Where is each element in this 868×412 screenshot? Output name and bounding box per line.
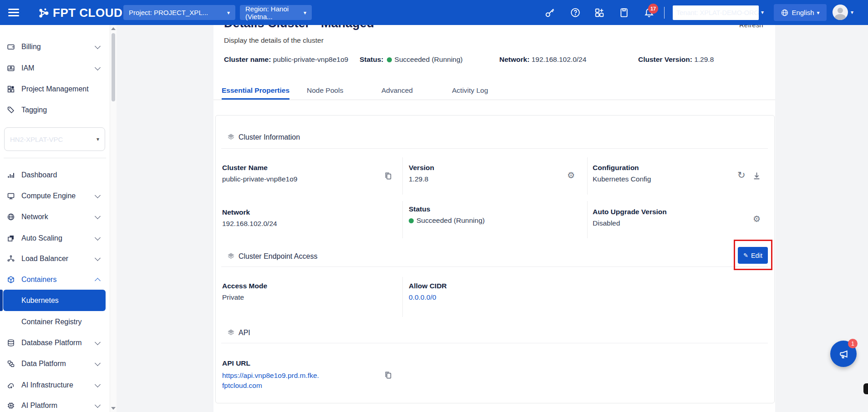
divider xyxy=(221,343,768,343)
sidebar: Billing IAM Project Management Tagging H… xyxy=(0,25,110,412)
sidebar-item-auto-scaling[interactable]: Auto Scaling xyxy=(0,231,110,246)
sidebar-item-data-platform[interactable]: Data Platform xyxy=(0,357,110,371)
vpc-select[interactable]: HN2-XPLAT-VPC ▾ xyxy=(4,127,105,151)
help-icon[interactable] xyxy=(570,7,581,18)
gear-icon[interactable]: ⚙ xyxy=(567,171,575,180)
chevron-up-icon xyxy=(95,278,101,284)
chevron-down-icon: ▾ xyxy=(304,10,306,15)
tag-icon xyxy=(7,106,15,114)
api-url-link[interactable]: https://api.vnp8e1o9.prd.m.fke.fptcloud.… xyxy=(222,371,320,391)
tab-essential-properties[interactable]: Essential Properties xyxy=(222,83,289,100)
sidebar-scrollbar[interactable] xyxy=(110,25,117,412)
sidebar-item-billing[interactable]: Billing xyxy=(0,40,110,54)
globe-icon xyxy=(7,213,15,221)
scroll-down-arrow[interactable] xyxy=(111,407,116,410)
sidebar-item-dashboard[interactable]: Dashboard xyxy=(0,168,110,182)
sidebar-item-database-platform[interactable]: Database Platform xyxy=(0,336,110,350)
chevron-down-icon: ▾ xyxy=(761,10,764,15)
download-icon[interactable] xyxy=(752,171,761,181)
edit-button[interactable]: ✎ Edit xyxy=(738,247,768,264)
field-configuration: Configuration Kubernetes Config xyxy=(593,164,651,183)
page-scrollbar-thumb[interactable] xyxy=(863,383,868,394)
sidebar-item-project-management[interactable]: Project Management xyxy=(0,82,110,96)
chevron-down-icon: ▾ xyxy=(817,10,820,15)
data-servers-icon xyxy=(7,360,15,368)
chip-icon xyxy=(7,402,15,410)
field-version: Version 1.29.8 xyxy=(409,164,434,183)
divider xyxy=(587,201,588,238)
chevron-down-icon xyxy=(95,235,101,241)
summary-cluster-name: Cluster name: public-private-vnp8e1o9 xyxy=(224,55,348,64)
sidebar-item-ai-infrastructure[interactable]: AI Infrastructure xyxy=(0,378,110,392)
grid-flag-icon xyxy=(7,85,15,93)
field-cluster-name: Cluster Name public-private-vnp8e1o9 xyxy=(222,164,297,183)
status-dot xyxy=(387,57,392,62)
content-panel: Details Cluster - Managed Refresh Displa… xyxy=(213,0,775,412)
tab-activity-log[interactable]: Activity Log xyxy=(452,83,488,100)
field-network: Network 192.168.102.0/24 xyxy=(222,208,277,228)
chevron-down-icon xyxy=(95,192,101,198)
summary-status: Status:Succeeded (Running) xyxy=(360,55,462,64)
bar-chart-icon xyxy=(7,171,15,179)
database-icon xyxy=(7,339,15,347)
divider xyxy=(664,7,665,19)
field-status: Status Succeeded (Running) xyxy=(409,205,485,225)
page-subtitle: Display the details of the cluster xyxy=(224,36,324,45)
divider xyxy=(221,266,768,267)
field-allow-cidr: Allow CIDR 0.0.0.0/0 xyxy=(409,282,447,301)
sidebar-item-load-balancer[interactable]: Load Balancer xyxy=(0,251,110,266)
sidebar-item-network[interactable]: Network xyxy=(0,210,110,224)
tab-node-pools[interactable]: Node Pools xyxy=(307,83,343,100)
field-access-mode: Access Mode Private xyxy=(222,282,267,301)
chevron-down-icon: ▾ xyxy=(96,136,99,142)
divider xyxy=(402,201,403,238)
sidebar-item-iam[interactable]: IAM xyxy=(0,61,110,75)
chevron-down-icon: ▾ xyxy=(851,10,853,15)
chevron-down-icon xyxy=(95,402,101,408)
refresh-icon[interactable]: ↻ xyxy=(737,170,746,180)
api-key-icon[interactable] xyxy=(544,7,555,18)
fpt-logo-icon xyxy=(38,7,50,19)
divider xyxy=(402,157,403,195)
id-card-icon xyxy=(7,64,15,72)
scrollbar-thumb[interactable] xyxy=(112,33,115,101)
sidebar-item-container-registry[interactable]: Container Registry xyxy=(0,315,110,329)
hamburger-menu-icon[interactable] xyxy=(8,9,19,17)
chevron-down-icon xyxy=(95,213,101,219)
divider xyxy=(587,157,588,195)
language-dropdown[interactable]: English ▾ xyxy=(774,4,827,21)
cube-icon xyxy=(7,276,15,284)
brand-logo[interactable]: FPT CLOUD xyxy=(38,6,122,20)
sidebar-item-kubernetes[interactable]: Kubernetes xyxy=(3,290,106,311)
layers-icon xyxy=(227,252,235,261)
gear-icon[interactable]: ⚙ xyxy=(753,215,761,223)
scale-squares-icon xyxy=(7,234,15,242)
tenant-dropdown[interactable]: Tenant: XPLAT-DEMO-ORG xyxy=(673,5,759,20)
region-dropdown[interactable]: Region: Hanoi (Vietna... ▾ xyxy=(240,5,312,20)
person-icon xyxy=(838,8,843,13)
project-dropdown[interactable]: Project: PROJECT_XPL... ▾ xyxy=(123,5,235,20)
sidebar-item-containers[interactable]: Containers xyxy=(0,272,110,287)
scroll-up-arrow[interactable] xyxy=(111,27,116,30)
copy-icon[interactable] xyxy=(383,171,393,181)
docs-icon[interactable] xyxy=(619,7,629,18)
status-dot xyxy=(409,218,414,223)
chevron-down-icon xyxy=(95,255,101,261)
user-avatar[interactable] xyxy=(832,5,848,20)
summary-network: Network: 192.168.102.0/24 xyxy=(499,55,586,64)
field-auto-upgrade: Auto Upgrade Version Disabled xyxy=(593,208,667,227)
summary-cluster-version: Cluster Version: 1.29.8 xyxy=(638,55,714,64)
chevron-down-icon xyxy=(95,65,101,70)
apps-grid-icon[interactable] xyxy=(594,7,605,18)
sidebar-item-compute-engine[interactable]: Compute Engine xyxy=(0,189,110,203)
chevron-down-icon xyxy=(95,43,101,49)
allow-cidr-link[interactable]: 0.0.0.0/0 xyxy=(409,293,447,301)
chevron-down-icon xyxy=(95,382,101,387)
sidebar-item-tagging[interactable]: Tagging xyxy=(0,103,110,117)
copy-icon[interactable] xyxy=(383,370,393,380)
sidebar-item-ai-platform[interactable]: AI Platform xyxy=(0,398,110,412)
monitor-icon xyxy=(7,192,15,200)
tab-advanced[interactable]: Advanced xyxy=(381,83,413,100)
chevron-down-icon xyxy=(95,360,101,366)
section-title-api: API xyxy=(239,329,250,337)
